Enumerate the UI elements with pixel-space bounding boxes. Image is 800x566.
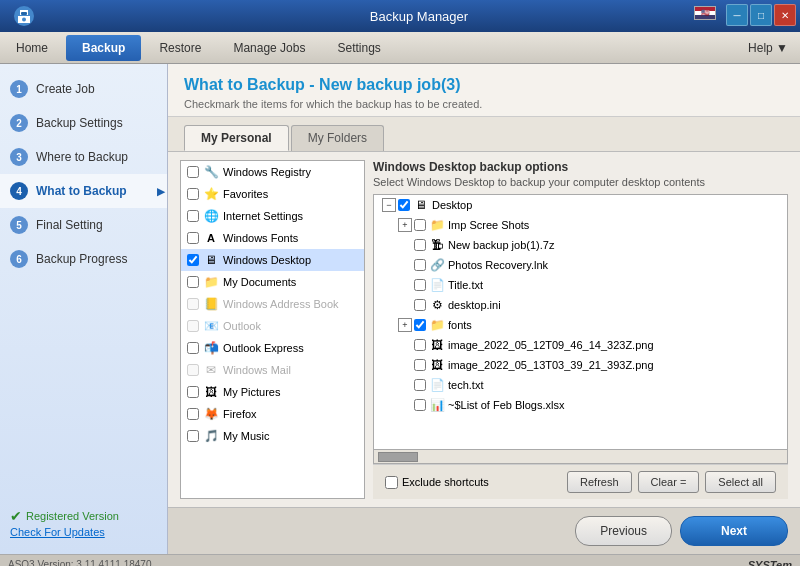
tree-check-title-txt[interactable] [414,279,426,291]
sidebar-item-create-job[interactable]: 1 Create Job [0,72,167,106]
menu-manage-jobs[interactable]: Manage Jobs [217,35,321,61]
check-item-windows-mail[interactable]: ✉ Windows Mail [181,359,364,381]
check-item-windows-address-book[interactable]: 📒 Windows Address Book [181,293,364,315]
tree-item-desktop[interactable]: − 🖥 Desktop [374,195,787,215]
check-item-windows-registry[interactable]: 🔧 Windows Registry [181,161,364,183]
sidebar-item-final-setting[interactable]: 5 Final Setting [0,208,167,242]
tree-item-desktop-ini[interactable]: ⚙ desktop.ini [374,295,787,315]
registered-check-icon: ✔ [10,508,22,524]
check-item-windows-fonts[interactable]: A Windows Fonts [181,227,364,249]
page-subtitle: Checkmark the items for which the backup… [184,98,784,110]
checkbox-windows-desktop[interactable] [187,254,199,266]
tree-check-fonts[interactable] [414,319,426,331]
expand-desktop[interactable]: − [382,198,396,212]
tree-item-photos[interactable]: 🔗 Photos Recovery.lnk [374,255,787,275]
checkbox-firefox[interactable] [187,408,199,420]
tree-item-image1[interactable]: 🖼 image_2022_05_12T09_46_14_323Z.png [374,335,787,355]
documents-icon: 📁 [203,274,219,290]
main-layout: 1 Create Job 2 Backup Settings 3 Where t… [0,64,800,554]
tree-label-tech-txt: tech.txt [448,379,483,391]
checkbox-outlook[interactable] [187,320,199,332]
tree-label-image1: image_2022_05_12T09_46_14_323Z.png [448,339,654,351]
check-label-windows-desktop: Windows Desktop [223,254,311,266]
check-item-my-documents[interactable]: 📁 My Documents [181,271,364,293]
sidebar-item-backup-settings[interactable]: 2 Backup Settings [0,106,167,140]
check-item-my-pictures[interactable]: 🖼 My Pictures [181,381,364,403]
checkbox-windows-mail[interactable] [187,364,199,376]
tree-check-photos[interactable] [414,259,426,271]
select-all-button[interactable]: Select all [705,471,776,493]
sidebar-item-what-to-backup[interactable]: 4 What to Backup [0,174,167,208]
check-item-my-music[interactable]: 🎵 My Music [181,425,364,447]
fonts-folder-icon: 📁 [429,317,445,333]
tree-check-image1[interactable] [414,339,426,351]
tab-my-personal[interactable]: My Personal [184,125,289,151]
tree-label-feb-blogs: ~$List of Feb Blogs.xlsx [448,399,564,411]
tree-check-feb-blogs[interactable] [414,399,426,411]
tree-item-new-backup[interactable]: 🗜 New backup job(1).7z [374,235,787,255]
checkbox-my-pictures[interactable] [187,386,199,398]
check-item-outlook[interactable]: 📧 Outlook [181,315,364,337]
refresh-button[interactable]: Refresh [567,471,632,493]
checkbox-my-documents[interactable] [187,276,199,288]
tree-item-imp-scree[interactable]: + 📁 Imp Scree Shots [374,215,787,235]
expand-fonts[interactable]: + [398,318,412,332]
sidebar-item-backup-progress[interactable]: 6 Backup Progress [0,242,167,276]
checkbox-favorites[interactable] [187,188,199,200]
next-button[interactable]: Next [680,516,788,546]
tree-check-imp-scree[interactable] [414,219,426,231]
check-label-windows-registry: Windows Registry [223,166,311,178]
tree-check-desktop-ini[interactable] [414,299,426,311]
desktop-panel: Windows Desktop backup options Select Wi… [373,160,788,499]
exclude-shortcuts-row[interactable]: Exclude shortcuts [385,476,489,489]
checkbox-outlook-express[interactable] [187,342,199,354]
menu-home[interactable]: Home [0,35,64,61]
horizontal-scrollbar[interactable] [374,449,787,463]
maximize-button[interactable]: □ [750,4,772,26]
tree-item-tech-txt[interactable]: 📄 tech.txt [374,375,787,395]
menu-settings[interactable]: Settings [321,35,396,61]
tree-label-fonts: fonts [448,319,472,331]
check-item-firefox[interactable]: 🦊 Firefox [181,403,364,425]
check-label-internet-settings: Internet Settings [223,210,303,222]
checkbox-internet-settings[interactable] [187,210,199,222]
check-item-outlook-express[interactable]: 📬 Outlook Express [181,337,364,359]
checkbox-windows-address-book[interactable] [187,298,199,310]
check-item-windows-desktop[interactable]: 🖥 Windows Desktop [181,249,364,271]
sidebar-label-final-setting: Final Setting [36,218,103,232]
tree-item-title-txt[interactable]: 📄 Title.txt [374,275,787,295]
tree-check-image2[interactable] [414,359,426,371]
tree-check-desktop[interactable] [398,199,410,211]
h-scrollbar-thumb[interactable] [378,452,418,462]
minimize-button[interactable]: ─ [726,4,748,26]
check-label-windows-fonts: Windows Fonts [223,232,298,244]
sidebar-label-backup-settings: Backup Settings [36,116,123,130]
checkbox-my-music[interactable] [187,430,199,442]
tree-label-imp-scree: Imp Scree Shots [448,219,529,231]
tree-label-photos: Photos Recovery.lnk [448,259,548,271]
tree-check-new-backup[interactable] [414,239,426,251]
check-item-internet-settings[interactable]: 🌐 Internet Settings [181,205,364,227]
desktop-panel-header: Windows Desktop backup options [373,160,788,174]
tab-my-folders[interactable]: My Folders [291,125,384,151]
close-button[interactable]: ✕ [774,4,796,26]
menu-backup[interactable]: Backup [66,35,141,61]
checkbox-windows-registry[interactable] [187,166,199,178]
check-updates-link[interactable]: Check For Updates [10,526,157,538]
menu-restore[interactable]: Restore [143,35,217,61]
check-label-my-pictures: My Pictures [223,386,280,398]
exclude-shortcuts-checkbox[interactable] [385,476,398,489]
previous-button[interactable]: Previous [575,516,672,546]
clear-button[interactable]: Clear = [638,471,700,493]
menu-help[interactable]: Help ▼ [736,35,800,61]
checkbox-windows-fonts[interactable] [187,232,199,244]
check-item-favorites[interactable]: ⭐ Favorites [181,183,364,205]
sidebar-item-where-to-backup[interactable]: 3 Where to Backup [0,140,167,174]
expand-imp-scree[interactable]: + [398,218,412,232]
step-6-circle: 6 [10,250,28,268]
tree-check-tech-txt[interactable] [414,379,426,391]
tree-item-fonts[interactable]: + 📁 fonts [374,315,787,335]
tree-item-image2[interactable]: 🖼 image_2022_05_13T03_39_21_393Z.png [374,355,787,375]
tree-item-feb-blogs[interactable]: 📊 ~$List of Feb Blogs.xlsx [374,395,787,415]
footer: Previous Next [168,507,800,554]
